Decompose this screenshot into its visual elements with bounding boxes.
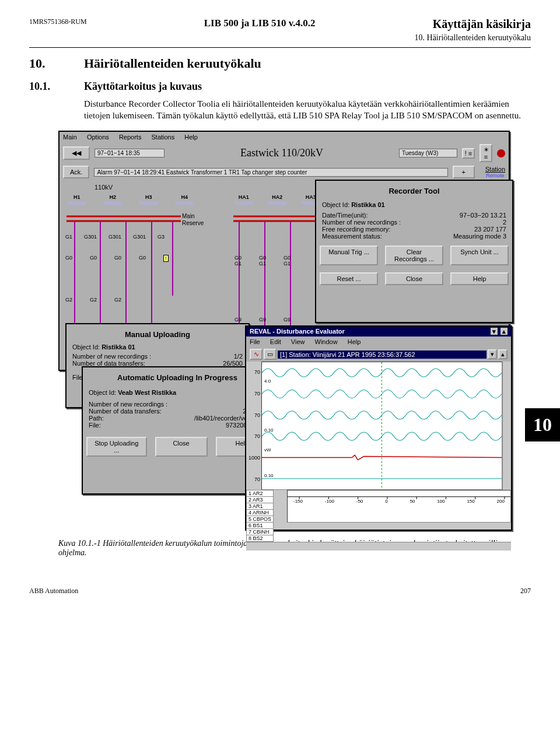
label-g301b: G301	[108, 234, 121, 240]
rec-row-label: Date/Time(unit):	[322, 212, 368, 219]
auto-row-label: Number of new recordings :	[89, 401, 167, 408]
voltage-label: 110kV	[94, 184, 113, 191]
bay-ha2-remote: Remote	[268, 200, 287, 206]
main-menubar: Main Options Reports Stations Help	[60, 132, 509, 142]
lbl-g2b: G2	[90, 297, 97, 303]
reval-channel-row: 5 CBPOS	[247, 516, 274, 523]
list2-icon[interactable]: ∗ ≡	[480, 144, 492, 162]
reval-min-icon[interactable]: ▾	[491, 328, 498, 335]
synch-unit-button[interactable]: Synch Unit ...	[450, 246, 509, 265]
lbl-g2c: G2	[114, 297, 121, 303]
auto-object-value: Veab West Ristikka	[118, 389, 176, 396]
menu-help[interactable]: Help	[184, 134, 198, 141]
rec-row-label: Free recording memory:	[322, 226, 390, 233]
reval-xtick: 0	[385, 499, 387, 504]
reset-button[interactable]: Reset ...	[320, 272, 378, 285]
menu-main[interactable]: Main	[63, 134, 77, 141]
help-button-recorder[interactable]: Help	[450, 272, 509, 285]
lbl-g0c: G0	[114, 255, 121, 262]
reval-channel-row: 7 CBINH	[247, 529, 274, 535]
doc-title-center: LIB 500 ja LIB 510 v.4.0.2	[204, 17, 316, 29]
reval-tool2[interactable]: ▭	[264, 349, 276, 360]
lbl-g9c: G9	[235, 317, 242, 323]
lbl-g0b: G0	[90, 255, 97, 262]
man-row-value: 1/2	[234, 353, 243, 360]
bay-h4-remote: Remote	[176, 200, 194, 206]
alarm-text: Alarm 97−01−14 18:29:41 Eastwick Transfo…	[94, 168, 447, 177]
reval-title: REVAL - Disturbance Evaluator	[250, 328, 345, 335]
reval-ytick: 70	[246, 433, 260, 439]
header-rule	[29, 47, 531, 48]
reval-ytick: 70	[246, 391, 260, 397]
rec-row-label: Measurement status:	[322, 233, 382, 240]
menu-reports[interactable]: Reports	[119, 134, 142, 141]
reval-menu-window[interactable]: Window	[315, 338, 338, 345]
menu-options[interactable]: Options	[87, 134, 109, 141]
reval-max-icon[interactable]: ▴	[501, 328, 508, 335]
reval-ytick: 70	[246, 369, 260, 375]
bay-h2: H2	[110, 194, 117, 200]
bay-ha1-remote: Remote	[235, 200, 253, 206]
reval-xtick: -100	[325, 499, 334, 504]
reval-menu-edit[interactable]: Edit	[270, 338, 281, 345]
station-link[interactable]: Station	[485, 166, 505, 173]
reval-scrollbar-h[interactable]	[246, 542, 511, 551]
lbl-g9d: G9	[259, 317, 266, 323]
reval-xtick: 50	[410, 499, 415, 504]
body-paragraph: Disturbance Recorder Collector Toolia el…	[84, 99, 531, 121]
clear-recordings-button[interactable]: Clear Recordings ...	[385, 246, 443, 265]
reval-xtick: 100	[437, 499, 444, 504]
reval-inner-min[interactable]: ▾	[488, 349, 497, 359]
section-number: 10.	[29, 56, 72, 71]
stop-uploading-button[interactable]: Stop Uploading ...	[86, 437, 147, 457]
reval-menu-view[interactable]: View	[291, 338, 305, 345]
label-g1: G1	[65, 234, 72, 240]
doc-title-right: Käyttäjän käsikirja	[433, 17, 531, 31]
lbl-g0f: G0	[259, 255, 266, 261]
reval-tool-wave-icon[interactable]: ∿	[250, 349, 262, 360]
bay-ha2: HA2	[272, 194, 282, 200]
close-button-auto[interactable]: Close	[155, 437, 208, 457]
lbl-g1f: G1	[259, 261, 266, 267]
list-icon[interactable]: ! ≡	[462, 148, 475, 159]
close-button-recorder[interactable]: Close	[385, 272, 443, 285]
lbl-g0a: G0	[65, 255, 72, 262]
alarm-scroll-up[interactable]: +	[453, 166, 475, 178]
lbl-g1g: G1	[284, 261, 290, 267]
reval-plot-area: 4.0 0.10 vW 0.10	[261, 362, 502, 490]
label-g301a: G301	[84, 234, 97, 240]
label-g3: G3	[158, 234, 164, 240]
auto-row-label: Path:	[89, 415, 104, 422]
label-g301c: G301	[133, 234, 146, 240]
auto-object-label: Object Id:	[89, 389, 116, 396]
lbl-g0d: G0	[139, 255, 146, 262]
reval-xtick: 150	[467, 499, 474, 504]
reval-channel-row: 1 AR2	[247, 490, 274, 497]
reval-menu-help[interactable]: Help	[348, 338, 361, 345]
subsection-title: Käyttötarkoitus ja kuvaus	[84, 80, 202, 93]
lbl-g0g: G0	[284, 255, 290, 261]
menu-stations[interactable]: Stations	[151, 134, 174, 141]
reval-channel-row: 2 AR3	[247, 497, 274, 503]
auto-uploading-window: Automatic Uploading In Progress Object I…	[82, 366, 273, 495]
lbl-g9e: G9	[284, 317, 290, 323]
man-object-label: Object Id:	[72, 344, 100, 351]
reval-channel-list: 1 AR22 AR33 AR14 ARINH5 CBPOS6 BS17 CBIN…	[246, 490, 274, 542]
warning-icon: !	[163, 255, 169, 262]
bay-h1-remote: Remote	[68, 200, 86, 206]
bay-h3: H3	[145, 194, 152, 200]
reval-scrollbar-v[interactable]	[502, 362, 511, 490]
weekday-field: Tuesday (W3)	[399, 149, 457, 157]
doc-number: 1MRS751368-RUM	[29, 17, 87, 26]
manual-trig-button[interactable]: Manual Trig ...	[320, 246, 378, 265]
reval-menu-file[interactable]: File	[250, 338, 260, 345]
nav-back-button[interactable]: ◀◀	[63, 146, 90, 160]
rec-object-value: Ristikka 01	[351, 201, 384, 208]
chapter-side-tab: 10	[525, 408, 560, 441]
reval-inner-max[interactable]: ▴	[498, 349, 508, 359]
reval-window: REVAL - Disturbance Evaluator ▾ ▴ File E…	[245, 325, 512, 531]
recorder-tool-window: Recorder Tool Object Id: Ristikka 01 Dat…	[315, 180, 513, 323]
reval-menubar: File Edit View Window Help	[246, 337, 511, 347]
reval-station-bar: [1] Station: Viinijärvi 21 APR 1995 23:5…	[278, 351, 487, 359]
ack-button[interactable]: Ack.	[63, 166, 89, 178]
